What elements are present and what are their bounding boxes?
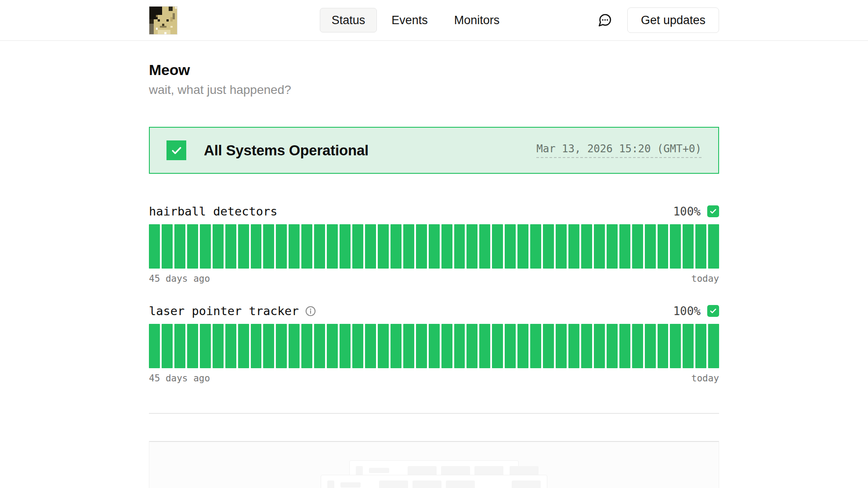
uptime-bar[interactable] xyxy=(708,324,719,368)
uptime-bar[interactable] xyxy=(352,324,363,368)
uptime-bar[interactable] xyxy=(530,324,541,368)
info-icon[interactable] xyxy=(305,305,316,317)
uptime-bar[interactable] xyxy=(327,324,338,368)
uptime-bar[interactable] xyxy=(670,224,681,269)
get-updates-button[interactable]: Get updates xyxy=(627,7,719,33)
banner-timestamp[interactable]: Mar 13, 2026 15:20 (GMT+0) xyxy=(536,143,702,158)
uptime-bar[interactable] xyxy=(454,324,465,368)
uptime-bar[interactable] xyxy=(619,224,630,269)
uptime-bar[interactable] xyxy=(530,224,541,269)
uptime-bar[interactable] xyxy=(581,224,592,269)
uptime-bar[interactable] xyxy=(263,224,274,269)
uptime-bar[interactable] xyxy=(187,324,198,368)
uptime-bar[interactable] xyxy=(200,324,211,368)
uptime-bar[interactable] xyxy=(149,224,160,269)
uptime-bar[interactable] xyxy=(225,224,236,269)
uptime-bar[interactable] xyxy=(695,224,706,269)
uptime-bar[interactable] xyxy=(695,324,706,368)
uptime-bar[interactable] xyxy=(683,324,694,368)
uptime-bar[interactable] xyxy=(441,224,452,269)
uptime-bar[interactable] xyxy=(276,224,287,269)
uptime-bar[interactable] xyxy=(162,324,173,368)
uptime-bar[interactable] xyxy=(568,324,579,368)
uptime-bar[interactable] xyxy=(251,324,262,368)
uptime-bar[interactable] xyxy=(174,324,185,368)
uptime-bar[interactable] xyxy=(276,324,287,368)
uptime-bar[interactable] xyxy=(403,224,414,269)
uptime-bar[interactable] xyxy=(543,224,554,269)
uptime-bar[interactable] xyxy=(365,224,376,269)
uptime-bar[interactable] xyxy=(492,324,503,368)
uptime-bar[interactable] xyxy=(162,224,173,269)
uptime-bar[interactable] xyxy=(391,324,401,368)
uptime-bar[interactable] xyxy=(670,324,681,368)
uptime-bar[interactable] xyxy=(314,224,325,269)
uptime-bar[interactable] xyxy=(416,224,427,269)
uptime-bar[interactable] xyxy=(517,324,528,368)
uptime-bar[interactable] xyxy=(149,324,160,368)
uptime-bar[interactable] xyxy=(238,324,249,368)
uptime-bar[interactable] xyxy=(327,224,338,269)
uptime-bar[interactable] xyxy=(200,224,211,269)
uptime-bar[interactable] xyxy=(581,324,592,368)
uptime-bar[interactable] xyxy=(429,224,440,269)
uptime-bar[interactable] xyxy=(556,324,567,368)
uptime-bar[interactable] xyxy=(213,324,224,368)
uptime-bar[interactable] xyxy=(632,224,643,269)
uptime-bar[interactable] xyxy=(594,324,605,368)
uptime-bar[interactable] xyxy=(251,224,262,269)
uptime-bar[interactable] xyxy=(301,224,312,269)
uptime-bar[interactable] xyxy=(429,324,440,368)
uptime-bar[interactable] xyxy=(645,324,656,368)
uptime-bar[interactable] xyxy=(225,324,236,368)
uptime-bar[interactable] xyxy=(658,224,669,269)
tab-monitors[interactable]: Monitors xyxy=(442,8,512,32)
uptime-bar[interactable] xyxy=(683,224,694,269)
uptime-bar[interactable] xyxy=(607,224,618,269)
uptime-bar[interactable] xyxy=(365,324,376,368)
uptime-bar[interactable] xyxy=(238,224,249,269)
uptime-bar[interactable] xyxy=(378,324,389,368)
uptime-bar[interactable] xyxy=(403,324,414,368)
uptime-bar[interactable] xyxy=(391,224,401,269)
uptime-bar[interactable] xyxy=(289,224,300,269)
uptime-bar[interactable] xyxy=(378,224,389,269)
uptime-bar[interactable] xyxy=(340,224,351,269)
uptime-bar[interactable] xyxy=(479,224,490,269)
uptime-bar[interactable] xyxy=(174,224,185,269)
uptime-bar[interactable] xyxy=(263,324,274,368)
uptime-bar[interactable] xyxy=(708,224,719,269)
uptime-bar[interactable] xyxy=(492,224,503,269)
site-logo[interactable] xyxy=(149,6,177,35)
uptime-bar[interactable] xyxy=(479,324,490,368)
uptime-bar[interactable] xyxy=(658,324,669,368)
skeleton-block xyxy=(512,481,541,488)
uptime-bar[interactable] xyxy=(441,324,452,368)
uptime-bar[interactable] xyxy=(556,224,567,269)
uptime-bar[interactable] xyxy=(187,224,198,269)
uptime-bar[interactable] xyxy=(645,224,656,269)
uptime-bar[interactable] xyxy=(594,224,605,269)
feedback-chat-button[interactable] xyxy=(597,13,612,28)
uptime-bar[interactable] xyxy=(467,224,477,269)
uptime-bar[interactable] xyxy=(454,224,465,269)
uptime-bar[interactable] xyxy=(340,324,351,368)
uptime-bar[interactable] xyxy=(505,324,516,368)
monitor-name: laser pointer tracker xyxy=(149,304,299,318)
uptime-bar[interactable] xyxy=(314,324,325,368)
tab-status[interactable]: Status xyxy=(320,8,377,32)
uptime-bar[interactable] xyxy=(517,224,528,269)
uptime-bar[interactable] xyxy=(543,324,554,368)
uptime-bar[interactable] xyxy=(568,224,579,269)
uptime-bar[interactable] xyxy=(467,324,477,368)
uptime-bar[interactable] xyxy=(607,324,618,368)
uptime-bar[interactable] xyxy=(289,324,300,368)
uptime-bar[interactable] xyxy=(619,324,630,368)
tab-events[interactable]: Events xyxy=(380,8,440,32)
uptime-bar[interactable] xyxy=(213,224,224,269)
uptime-bar[interactable] xyxy=(301,324,312,368)
uptime-bar[interactable] xyxy=(352,224,363,269)
uptime-bar[interactable] xyxy=(505,224,516,269)
uptime-bar[interactable] xyxy=(632,324,643,368)
uptime-bar[interactable] xyxy=(416,324,427,368)
